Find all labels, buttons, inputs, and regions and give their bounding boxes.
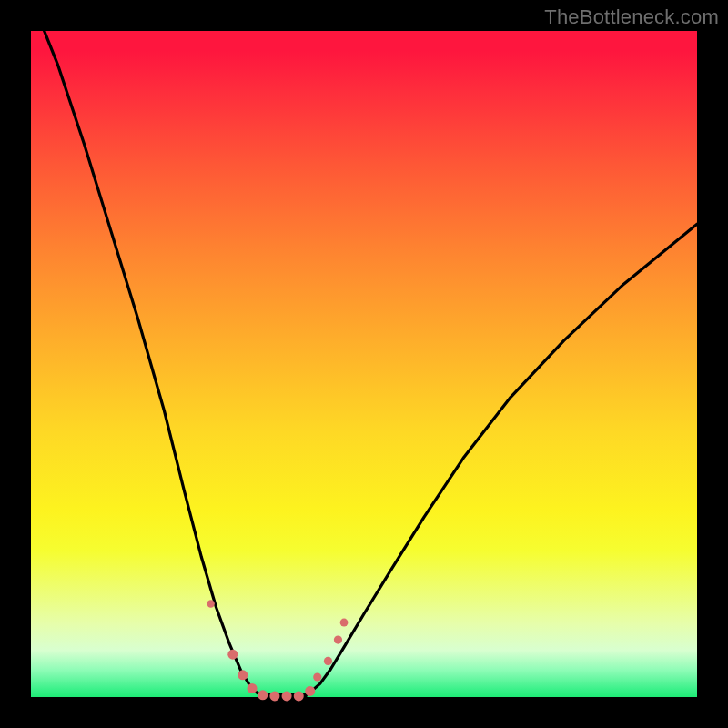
data-marker <box>282 691 292 701</box>
curves-svg <box>31 31 697 697</box>
data-marker <box>294 691 304 701</box>
data-marker <box>258 690 268 700</box>
plot-area <box>31 31 697 697</box>
data-marker <box>238 670 248 680</box>
chart-frame: TheBottleneck.com <box>0 0 728 728</box>
data-marker <box>313 672 321 681</box>
data-marker <box>340 619 349 627</box>
data-marker <box>269 691 279 701</box>
data-marker <box>207 600 214 607</box>
curve-right-curve <box>304 224 697 695</box>
data-marker <box>324 657 332 665</box>
data-marker <box>305 686 315 696</box>
data-marker <box>228 650 238 660</box>
watermark-text: TheBottleneck.com <box>544 5 719 29</box>
data-marker <box>248 683 258 693</box>
curve-left-curve <box>31 0 264 696</box>
data-marker <box>334 635 342 643</box>
